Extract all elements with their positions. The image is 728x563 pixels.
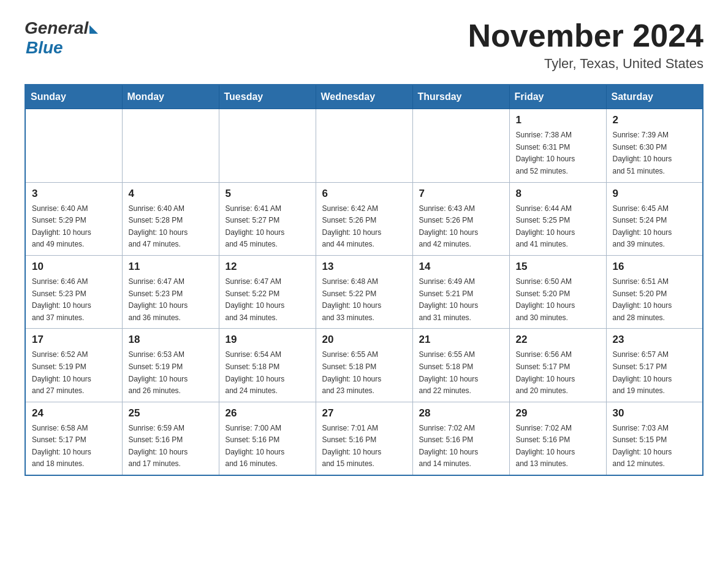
- weekday-header-thursday: Thursday: [412, 85, 509, 109]
- logo: General Blue: [25, 18, 98, 58]
- page-header: General Blue November 2024 Tyler, Texas,…: [25, 18, 703, 72]
- calendar-cell: [412, 109, 509, 182]
- day-info: Sunrise: 6:48 AM Sunset: 5:22 PM Dayligh…: [322, 277, 382, 322]
- weekday-header-wednesday: Wednesday: [316, 85, 412, 109]
- day-number: 25: [129, 407, 213, 419]
- day-number: 20: [322, 334, 406, 346]
- logo-arrow-icon: [89, 25, 98, 34]
- calendar-cell: 13Sunrise: 6:48 AM Sunset: 5:22 PM Dayli…: [316, 255, 412, 328]
- day-number: 10: [32, 261, 116, 273]
- calendar-cell: 15Sunrise: 6:50 AM Sunset: 5:20 PM Dayli…: [509, 255, 606, 328]
- day-number: 19: [226, 334, 309, 346]
- calendar-cell: 10Sunrise: 6:46 AM Sunset: 5:23 PM Dayli…: [25, 255, 122, 328]
- day-number: 26: [226, 407, 309, 419]
- logo-general-text: General: [25, 18, 88, 38]
- day-info: Sunrise: 6:44 AM Sunset: 5:25 PM Dayligh…: [516, 204, 575, 249]
- day-number: 27: [322, 407, 406, 419]
- day-number: 6: [322, 188, 406, 200]
- day-number: 22: [516, 334, 600, 346]
- weekday-header-saturday: Saturday: [606, 85, 703, 109]
- day-info: Sunrise: 6:49 AM Sunset: 5:21 PM Dayligh…: [419, 277, 479, 322]
- day-info: Sunrise: 6:55 AM Sunset: 5:18 PM Dayligh…: [322, 350, 382, 395]
- day-info: Sunrise: 7:38 AM Sunset: 6:31 PM Dayligh…: [516, 131, 575, 175]
- day-info: Sunrise: 6:59 AM Sunset: 5:16 PM Dayligh…: [129, 424, 188, 469]
- day-number: 11: [129, 261, 213, 273]
- calendar-cell: [219, 109, 316, 182]
- day-number: 1: [516, 114, 600, 126]
- location-subtitle: Tyler, Texas, United States: [468, 56, 703, 72]
- calendar-cell: 16Sunrise: 6:51 AM Sunset: 5:20 PM Dayli…: [606, 255, 703, 328]
- calendar-cell: 5Sunrise: 6:41 AM Sunset: 5:27 PM Daylig…: [219, 182, 316, 255]
- calendar-table: SundayMondayTuesdayWednesdayThursdayFrid…: [25, 84, 703, 476]
- weekday-header-tuesday: Tuesday: [219, 85, 316, 109]
- day-number: 5: [226, 188, 309, 200]
- day-info: Sunrise: 6:45 AM Sunset: 5:24 PM Dayligh…: [613, 204, 672, 249]
- day-number: 9: [613, 188, 697, 200]
- day-info: Sunrise: 6:40 AM Sunset: 5:28 PM Dayligh…: [129, 204, 188, 249]
- day-number: 29: [516, 407, 600, 419]
- day-info: Sunrise: 6:52 AM Sunset: 5:19 PM Dayligh…: [32, 350, 91, 395]
- day-info: Sunrise: 6:41 AM Sunset: 5:27 PM Dayligh…: [226, 204, 285, 249]
- calendar-cell: [25, 109, 122, 182]
- calendar-cell: 19Sunrise: 6:54 AM Sunset: 5:18 PM Dayli…: [219, 329, 316, 402]
- calendar-cell: [316, 109, 412, 182]
- calendar-cell: 25Sunrise: 6:59 AM Sunset: 5:16 PM Dayli…: [122, 402, 219, 475]
- calendar-cell: 26Sunrise: 7:00 AM Sunset: 5:16 PM Dayli…: [219, 402, 316, 475]
- day-info: Sunrise: 7:39 AM Sunset: 6:30 PM Dayligh…: [613, 131, 672, 175]
- day-info: Sunrise: 6:47 AM Sunset: 5:22 PM Dayligh…: [226, 277, 285, 322]
- day-info: Sunrise: 6:57 AM Sunset: 5:17 PM Dayligh…: [613, 350, 672, 395]
- calendar-cell: 8Sunrise: 6:44 AM Sunset: 5:25 PM Daylig…: [509, 182, 606, 255]
- day-info: Sunrise: 6:47 AM Sunset: 5:23 PM Dayligh…: [129, 277, 188, 322]
- day-info: Sunrise: 6:46 AM Sunset: 5:23 PM Dayligh…: [32, 277, 91, 322]
- calendar-cell: [122, 109, 219, 182]
- day-number: 14: [419, 261, 503, 273]
- day-number: 3: [32, 188, 116, 200]
- calendar-week-row: 10Sunrise: 6:46 AM Sunset: 5:23 PM Dayli…: [25, 255, 703, 328]
- day-info: Sunrise: 6:51 AM Sunset: 5:20 PM Dayligh…: [613, 277, 672, 322]
- calendar-cell: 22Sunrise: 6:56 AM Sunset: 5:17 PM Dayli…: [509, 329, 606, 402]
- calendar-cell: 30Sunrise: 7:03 AM Sunset: 5:15 PM Dayli…: [606, 402, 703, 475]
- calendar-week-row: 1Sunrise: 7:38 AM Sunset: 6:31 PM Daylig…: [25, 109, 703, 182]
- day-info: Sunrise: 7:00 AM Sunset: 5:16 PM Dayligh…: [226, 424, 285, 469]
- day-info: Sunrise: 6:56 AM Sunset: 5:17 PM Dayligh…: [516, 350, 575, 395]
- day-info: Sunrise: 7:03 AM Sunset: 5:15 PM Dayligh…: [613, 424, 672, 469]
- calendar-cell: 17Sunrise: 6:52 AM Sunset: 5:19 PM Dayli…: [25, 329, 122, 402]
- weekday-header-monday: Monday: [122, 85, 219, 109]
- day-number: 24: [32, 407, 116, 419]
- day-info: Sunrise: 6:54 AM Sunset: 5:18 PM Dayligh…: [226, 350, 285, 395]
- day-info: Sunrise: 7:02 AM Sunset: 5:16 PM Dayligh…: [419, 424, 479, 469]
- calendar-cell: 20Sunrise: 6:55 AM Sunset: 5:18 PM Dayli…: [316, 329, 412, 402]
- day-info: Sunrise: 6:43 AM Sunset: 5:26 PM Dayligh…: [419, 204, 479, 249]
- day-info: Sunrise: 6:42 AM Sunset: 5:26 PM Dayligh…: [322, 204, 382, 249]
- day-info: Sunrise: 6:53 AM Sunset: 5:19 PM Dayligh…: [129, 350, 188, 395]
- calendar-week-row: 3Sunrise: 6:40 AM Sunset: 5:29 PM Daylig…: [25, 182, 703, 255]
- calendar-week-row: 24Sunrise: 6:58 AM Sunset: 5:17 PM Dayli…: [25, 402, 703, 475]
- day-info: Sunrise: 6:58 AM Sunset: 5:17 PM Dayligh…: [32, 424, 91, 469]
- calendar-cell: 28Sunrise: 7:02 AM Sunset: 5:16 PM Dayli…: [412, 402, 509, 475]
- day-info: Sunrise: 6:50 AM Sunset: 5:20 PM Dayligh…: [516, 277, 575, 322]
- day-number: 16: [613, 261, 697, 273]
- day-info: Sunrise: 6:55 AM Sunset: 5:18 PM Dayligh…: [419, 350, 479, 395]
- day-number: 18: [129, 334, 213, 346]
- calendar-cell: 11Sunrise: 6:47 AM Sunset: 5:23 PM Dayli…: [122, 255, 219, 328]
- day-number: 4: [129, 188, 213, 200]
- calendar-cell: 27Sunrise: 7:01 AM Sunset: 5:16 PM Dayli…: [316, 402, 412, 475]
- calendar-cell: 21Sunrise: 6:55 AM Sunset: 5:18 PM Dayli…: [412, 329, 509, 402]
- calendar-cell: 9Sunrise: 6:45 AM Sunset: 5:24 PM Daylig…: [606, 182, 703, 255]
- day-info: Sunrise: 7:02 AM Sunset: 5:16 PM Dayligh…: [516, 424, 575, 469]
- day-number: 12: [226, 261, 309, 273]
- calendar-cell: 6Sunrise: 6:42 AM Sunset: 5:26 PM Daylig…: [316, 182, 412, 255]
- calendar-cell: 24Sunrise: 6:58 AM Sunset: 5:17 PM Dayli…: [25, 402, 122, 475]
- logo-blue-text: Blue: [26, 38, 63, 58]
- month-year-title: November 2024: [468, 18, 703, 53]
- calendar-cell: 7Sunrise: 6:43 AM Sunset: 5:26 PM Daylig…: [412, 182, 509, 255]
- weekday-header-friday: Friday: [509, 85, 606, 109]
- calendar-cell: 29Sunrise: 7:02 AM Sunset: 5:16 PM Dayli…: [509, 402, 606, 475]
- weekday-header-sunday: Sunday: [25, 85, 122, 109]
- day-number: 15: [516, 261, 600, 273]
- day-number: 28: [419, 407, 503, 419]
- calendar-cell: 1Sunrise: 7:38 AM Sunset: 6:31 PM Daylig…: [509, 109, 606, 182]
- calendar-cell: 23Sunrise: 6:57 AM Sunset: 5:17 PM Dayli…: [606, 329, 703, 402]
- day-number: 21: [419, 334, 503, 346]
- calendar-week-row: 17Sunrise: 6:52 AM Sunset: 5:19 PM Dayli…: [25, 329, 703, 402]
